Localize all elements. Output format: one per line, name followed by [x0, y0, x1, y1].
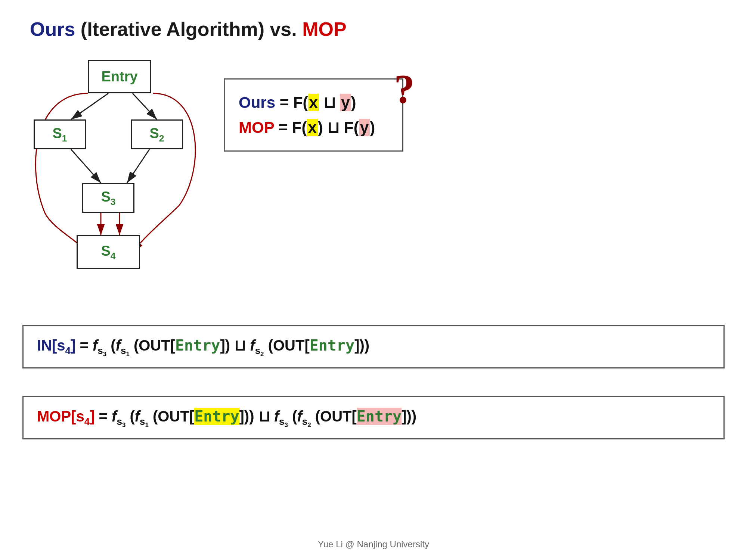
formula-line2: MOP = F(x) ⊔ F(y) — [239, 115, 389, 140]
svg-line-5 — [127, 149, 149, 183]
node-s1-label: S1 — [52, 125, 67, 144]
formula-x: x — [308, 94, 319, 111]
node-entry: Entry — [88, 60, 151, 93]
title-mop: MOP — [302, 18, 346, 40]
page-title: Ours (Iterative Algorithm) vs. MOP — [30, 18, 347, 40]
formula-x2: x — [307, 119, 317, 136]
svg-line-2 — [71, 93, 108, 119]
bottom-formula-in: IN[s4] = fs3 (fs1 (OUT[Entry]) ⊔ fs2 (OU… — [37, 334, 710, 359]
formula-eq2: = F( — [279, 119, 307, 136]
formula-y2: y — [359, 119, 370, 136]
bottom-formula-mop: MOP[s4] = fs3 (fs1 (OUT[Entry])) ⊔ fs3 (… — [37, 405, 710, 430]
formula-y: y — [340, 94, 351, 111]
node-s3: S3 — [82, 183, 134, 213]
node-entry-label: Entry — [101, 69, 137, 85]
formula-ours-label: Ours — [239, 94, 275, 111]
node-s4-label: S4 — [101, 243, 115, 261]
bottom-box-mop: MOP[s4] = fs3 (fs1 (OUT[Entry])) ⊔ fs3 (… — [22, 396, 725, 439]
node-s4: S4 — [77, 235, 140, 269]
footer: Yue Li @ Nanjing University — [0, 539, 747, 550]
formula-line1: Ours = F(x ⊔ y) — [239, 90, 389, 115]
node-s1: S1 — [34, 119, 86, 149]
node-s2-label: S2 — [149, 125, 164, 144]
node-s3-label: S3 — [101, 189, 115, 207]
formula-eq1: = F( — [280, 94, 308, 111]
svg-line-3 — [133, 93, 157, 119]
svg-line-4 — [71, 149, 101, 183]
node-s2: S2 — [131, 119, 183, 149]
formula-mop-label: MOP — [239, 119, 274, 136]
question-mark: ? — [394, 65, 415, 113]
title-middle: (Iterative Algorithm) vs. — [81, 18, 302, 40]
bottom-box-in: IN[s4] = fs3 (fs1 (OUT[Entry]) ⊔ fs2 (OU… — [22, 325, 725, 368]
title-ours: Ours — [30, 18, 75, 40]
cfg-diagram: Entry S1 S2 S3 S4 — [22, 56, 217, 265]
formula-box: Ours = F(x ⊔ y) MOP = F(x) ⊔ F(y) — [224, 78, 403, 152]
